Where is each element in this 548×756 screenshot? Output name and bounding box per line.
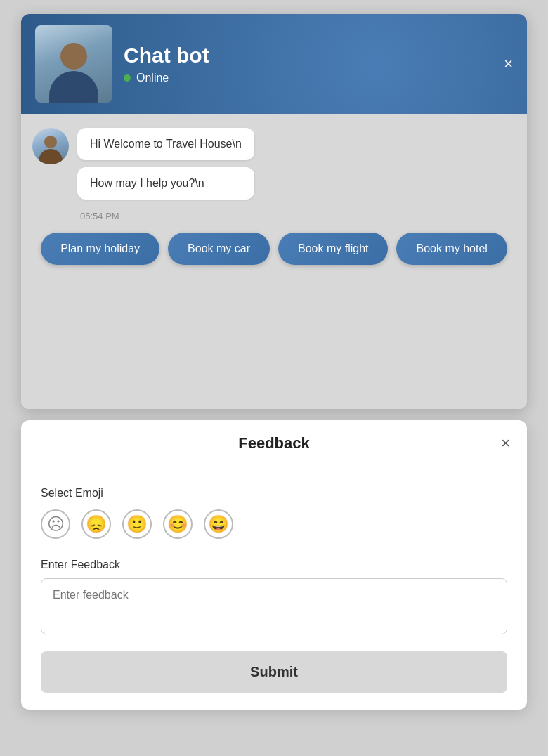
feedback-input[interactable] — [41, 578, 507, 634]
avatar-body — [49, 71, 98, 103]
message-bubble-2: How may I help you?\n — [77, 167, 254, 200]
header-close-button[interactable]: × — [504, 56, 513, 72]
submit-button[interactable]: Submit — [41, 651, 507, 693]
feedback-close-button[interactable]: × — [501, 436, 510, 451]
avatar-head — [60, 43, 87, 70]
chat-body: Hi Welcome to Travel House\n How may I h… — [21, 114, 527, 409]
chat-header: Chat bot Online × — [21, 14, 527, 114]
status-label: Online — [136, 72, 169, 84]
feedback-modal: Feedback × Select Emoji ☹ 😞 🙂 😊 😄 Enter … — [21, 420, 527, 710]
emoji-row: ☹ 😞 🙂 😊 😄 — [41, 509, 507, 539]
msg-avatar-inner — [32, 128, 69, 164]
emoji-btn-2[interactable]: 😞 — [81, 509, 111, 539]
msg-avatar-head — [44, 136, 57, 148]
emoji-btn-1[interactable]: ☹ — [41, 509, 70, 539]
chat-status: Online — [124, 72, 209, 84]
bot-message-avatar — [32, 128, 69, 164]
messages-stack: Hi Welcome to Travel House\n How may I h… — [77, 128, 254, 221]
chat-window: Chat bot Online × Hi Welcome to Travel — [21, 14, 527, 409]
avatar-image — [35, 25, 112, 103]
chat-title: Chat bot — [124, 44, 209, 67]
feedback-title: Feedback — [238, 434, 310, 452]
bot-avatar — [35, 25, 112, 103]
app-container: Chat bot Online × Hi Welcome to Travel — [0, 0, 548, 756]
emoji-btn-4[interactable]: 😊 — [163, 509, 193, 539]
emoji-btn-3[interactable]: 🙂 — [122, 509, 152, 539]
feedback-body: Select Emoji ☹ 😞 🙂 😊 😄 Enter Feedback Su… — [21, 467, 527, 710]
msg-avatar-body — [39, 149, 63, 164]
emoji-section-label: Select Emoji — [41, 487, 507, 500]
quick-reply-plan-holiday[interactable]: Plan my holiday — [41, 233, 159, 265]
quick-reply-book-flight[interactable]: Book my flight — [278, 233, 388, 265]
message-timestamp: 05:54 PM — [80, 211, 254, 221]
emoji-btn-5[interactable]: 😄 — [204, 509, 233, 539]
message-bubble-1: Hi Welcome to Travel House\n — [77, 128, 254, 160]
quick-replies: Plan my holiday Book my car Book my flig… — [32, 233, 516, 265]
status-dot — [124, 74, 131, 82]
bot-message-row: Hi Welcome to Travel House\n How may I h… — [32, 128, 516, 221]
feedback-label: Enter Feedback — [41, 559, 507, 571]
quick-reply-book-car[interactable]: Book my car — [168, 233, 270, 265]
feedback-header: Feedback × — [21, 420, 527, 467]
header-info: Chat bot Online — [124, 44, 209, 84]
quick-reply-book-hotel[interactable]: Book my hotel — [396, 233, 507, 265]
